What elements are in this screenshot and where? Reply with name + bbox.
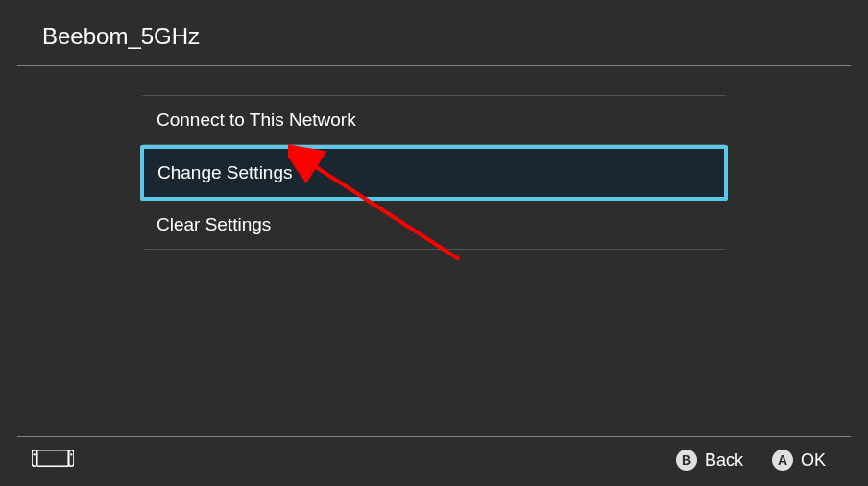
svg-rect-3: [32, 450, 37, 467]
ok-button[interactable]: A OK: [772, 450, 826, 471]
svg-point-5: [34, 453, 36, 455]
svg-rect-2: [37, 450, 69, 467]
menu-item-label: Connect to This Network: [157, 109, 356, 130]
footer-buttons: B Back A OK: [676, 450, 826, 471]
menu-item-label: Change Settings: [157, 162, 293, 182]
back-button-label: Back: [705, 450, 743, 471]
menu-item-clear-settings[interactable]: Clear Settings: [143, 201, 725, 250]
svg-point-6: [70, 453, 72, 455]
svg-rect-4: [69, 450, 75, 467]
page-title: Beebom_5GHz: [42, 23, 826, 50]
back-button[interactable]: B Back: [676, 450, 743, 471]
header-divider: [17, 65, 851, 66]
a-button-icon: A: [772, 450, 793, 471]
footer: B Back A OK: [0, 436, 868, 486]
controller-icon: [32, 448, 74, 473]
footer-divider: [17, 436, 851, 437]
b-button-icon: B: [676, 450, 697, 471]
menu-item-label: Clear Settings: [157, 214, 271, 234]
menu-container: Connect to This Network Change Settings …: [143, 95, 725, 250]
menu-item-connect[interactable]: Connect to This Network: [143, 95, 725, 145]
ok-button-label: OK: [801, 450, 826, 471]
header: Beebom_5GHz: [0, 0, 868, 65]
menu-item-change-settings[interactable]: Change Settings: [140, 145, 728, 201]
